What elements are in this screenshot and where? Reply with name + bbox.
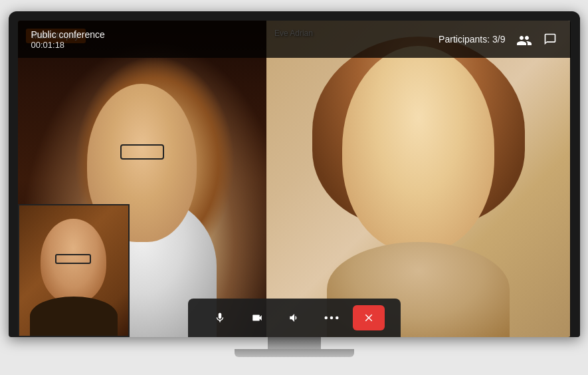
chat-icon[interactable] (543, 33, 557, 46)
camera-button[interactable] (241, 305, 273, 330)
video-area: Mark Murphy E (18, 21, 571, 337)
conference-info: Public conference 00:01:18 (31, 29, 105, 50)
thumb-glasses (55, 254, 91, 264)
tv-screen: Public conference 00:01:18 Participants:… (18, 21, 571, 337)
thumb-body (30, 297, 118, 336)
svg-point-0 (324, 316, 328, 320)
header-bar: Public conference 00:01:18 Participants:… (18, 21, 571, 58)
tv-bezel: Public conference 00:01:18 Participants:… (9, 11, 580, 337)
thumbnail-video (18, 204, 130, 337)
participants-count: Participants: 3/9 (439, 34, 505, 45)
mark-glasses (120, 144, 164, 160)
eve-face (342, 46, 494, 251)
eve-adrian-video (266, 21, 571, 337)
control-bar (188, 299, 401, 337)
tv-stand-neck (268, 337, 321, 349)
tv-stand-base (235, 349, 354, 357)
speaker-button[interactable] (278, 305, 310, 330)
right-video-panel: Eve Adrian (266, 21, 571, 337)
participants-icon[interactable] (516, 33, 532, 46)
microphone-button[interactable] (204, 305, 236, 330)
left-video-panel: Mark Murphy (18, 21, 266, 337)
svg-point-2 (335, 316, 338, 320)
end-call-button[interactable] (353, 305, 385, 330)
tv-display: Public conference 00:01:18 Participants:… (9, 11, 580, 364)
conference-title: Public conference (31, 29, 105, 40)
more-options-button[interactable] (316, 305, 347, 330)
thumb-face (41, 219, 106, 303)
svg-point-1 (330, 316, 333, 320)
conference-timer: 00:01:18 (31, 40, 105, 50)
header-controls: Participants: 3/9 (439, 33, 557, 46)
